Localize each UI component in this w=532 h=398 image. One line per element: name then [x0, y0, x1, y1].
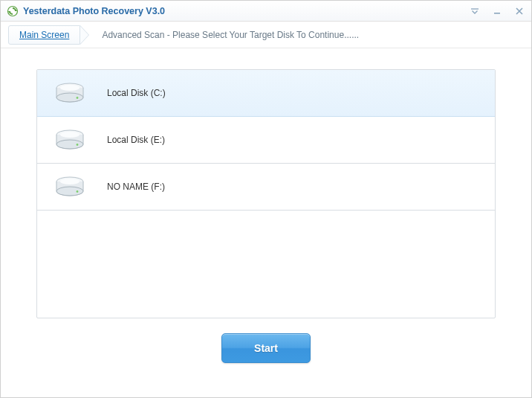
svg-point-14 [60, 179, 80, 184]
dropdown-window-icon[interactable] [469, 5, 481, 17]
hard-drive-icon [53, 128, 86, 152]
breadcrumb-main-link[interactable]: Main Screen [8, 25, 80, 45]
minimize-window-icon[interactable] [491, 5, 503, 17]
disk-label: Local Disk (E:) [107, 135, 165, 145]
svg-point-7 [77, 97, 79, 99]
disk-row-c[interactable]: Local Disk (C:) [37, 70, 495, 117]
svg-point-10 [60, 132, 80, 138]
app-icon [7, 5, 19, 17]
start-button[interactable]: Start [221, 333, 311, 363]
footer: Start [36, 318, 496, 363]
close-window-icon[interactable] [513, 5, 525, 17]
svg-point-5 [56, 93, 83, 102]
hard-drive-icon [53, 175, 86, 199]
window-title: Yesterdata Photo Recovery V3.0 [23, 6, 469, 16]
disk-row-e[interactable]: Local Disk (E:) [37, 117, 495, 164]
breadcrumb-instruction: Advanced Scan - Please Select Your Targe… [102, 30, 359, 40]
breadcrumb: Main Screen Advanced Scan - Please Selec… [1, 22, 531, 48]
svg-point-15 [77, 190, 79, 193]
main-area: Local Disk (C:) Local Disk (E:) [1, 48, 531, 372]
breadcrumb-main-label: Main Screen [19, 30, 69, 40]
svg-rect-3 [494, 13, 500, 14]
disk-list: Local Disk (C:) Local Disk (E:) [36, 69, 496, 318]
svg-point-6 [60, 85, 80, 91]
svg-point-13 [56, 187, 83, 196]
hard-drive-icon [53, 81, 86, 105]
breadcrumb-arrow-icon [80, 25, 89, 45]
svg-point-9 [56, 140, 83, 149]
disk-label: Local Disk (C:) [107, 88, 166, 98]
title-bar: Yesterdata Photo Recovery V3.0 [1, 1, 531, 22]
svg-point-11 [77, 144, 79, 146]
disk-row-f[interactable]: NO NAME (F:) [37, 164, 495, 211]
disk-label: NO NAME (F:) [107, 182, 165, 192]
window-controls [469, 5, 525, 17]
